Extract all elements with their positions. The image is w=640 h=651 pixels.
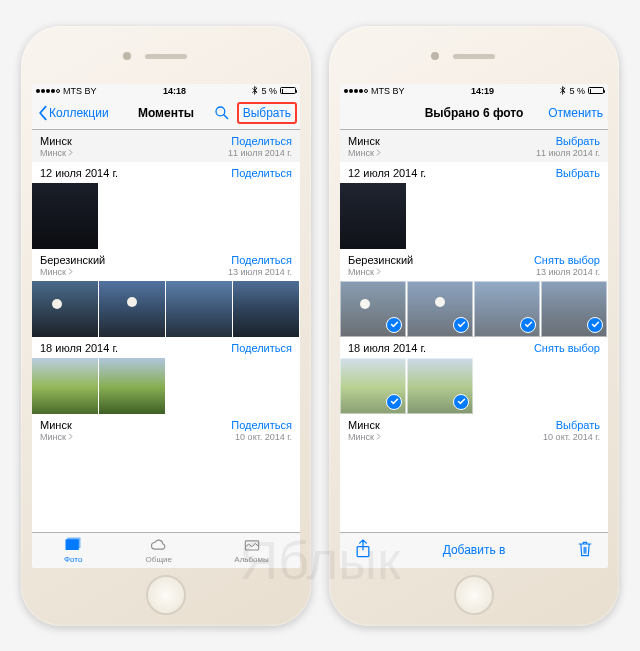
- section-title: Минск: [348, 419, 543, 431]
- home-button[interactable]: [454, 575, 494, 615]
- checkmark-icon: [587, 317, 603, 333]
- chevron-right-icon: [376, 433, 381, 440]
- search-icon: [214, 105, 230, 121]
- photo-thumb-selected[interactable]: [340, 358, 406, 414]
- chevron-right-icon: [376, 149, 381, 156]
- section-date: 10 окт. 2014 г.: [231, 432, 292, 442]
- home-button[interactable]: [146, 575, 186, 615]
- moments-list[interactable]: Минск Минск Поделиться 11 июля 2014 г. 1…: [32, 130, 300, 532]
- photo-thumb-selected[interactable]: [474, 281, 540, 337]
- thumb-row: [340, 358, 608, 414]
- section-date: 11 июля 2014 г.: [228, 148, 292, 158]
- photo-thumb[interactable]: [166, 281, 232, 337]
- select-link[interactable]: Выбрать: [556, 167, 600, 179]
- section-header[interactable]: Минск Минск Поделиться 10 окт. 2014 г.: [32, 414, 300, 444]
- section-subtitle: Минск: [40, 267, 228, 277]
- section-header[interactable]: Минск Минск Выбрать 10 окт. 2014 г.: [340, 414, 608, 444]
- svg-rect-3: [67, 538, 80, 549]
- share-link[interactable]: Поделиться: [228, 254, 292, 266]
- tab-shared[interactable]: Общие: [146, 536, 172, 564]
- nav-bar: Выбрано 6 фото Отменить: [340, 98, 608, 130]
- deselect-link[interactable]: Снять выбор: [534, 342, 600, 354]
- tab-photos[interactable]: Фото: [63, 536, 83, 564]
- photo-thumb[interactable]: [233, 281, 299, 337]
- status-bar: MTS BY 14:18 5 %: [32, 84, 300, 98]
- svg-point-0: [216, 107, 225, 116]
- section-date: 11 июля 2014 г.: [536, 148, 600, 158]
- battery-icon: [280, 87, 296, 94]
- cloud-icon: [149, 536, 169, 554]
- section-title: 18 июля 2014 г.: [348, 342, 534, 354]
- back-button[interactable]: Коллекции: [37, 105, 109, 121]
- clock: 14:18: [97, 86, 253, 96]
- chevron-right-icon: [376, 268, 381, 275]
- checkmark-icon: [453, 317, 469, 333]
- add-to-button[interactable]: Добавить в: [443, 543, 506, 557]
- chevron-right-icon: [68, 149, 73, 156]
- search-button[interactable]: [214, 105, 230, 121]
- section-header[interactable]: Минск Минск Выбрать 11 июля 2014 г.: [340, 130, 608, 162]
- tab-albums[interactable]: Альбомы: [234, 536, 268, 564]
- battery-icon: [588, 87, 604, 94]
- photo-thumb[interactable]: [99, 281, 165, 337]
- share-link[interactable]: Поделиться: [231, 342, 292, 354]
- photo-thumb-selected[interactable]: [340, 281, 406, 337]
- section-subtitle: Минск: [40, 148, 228, 158]
- photo-thumb[interactable]: [32, 183, 98, 249]
- clock: 14:19: [405, 86, 561, 96]
- thumb-row: [340, 183, 608, 249]
- photos-icon: [63, 536, 83, 554]
- share-button[interactable]: [354, 539, 372, 562]
- battery-pct: 5 %: [261, 86, 277, 96]
- section-header[interactable]: Березинский Минск Снять выбор 13 июля 20…: [340, 249, 608, 281]
- section-header[interactable]: 18 июля 2014 г. Поделиться: [32, 337, 300, 358]
- section-title: 12 июля 2014 г.: [348, 167, 556, 179]
- cancel-button[interactable]: Отменить: [548, 106, 603, 120]
- section-header[interactable]: 18 июля 2014 г. Снять выбор: [340, 337, 608, 358]
- screen-right: MTS BY 14:19 5 % Выбрано 6 фото Отменить…: [340, 84, 608, 568]
- bluetooth-icon: [252, 86, 258, 95]
- share-link[interactable]: Поделиться: [228, 135, 292, 147]
- share-link[interactable]: Поделиться: [231, 419, 292, 431]
- deselect-link[interactable]: Снять выбор: [534, 254, 600, 266]
- signal-icon: [36, 89, 60, 93]
- battery-pct: 5 %: [569, 86, 585, 96]
- photo-thumb[interactable]: [340, 183, 406, 249]
- thumb-row: [32, 358, 300, 414]
- carrier-label: MTS BY: [371, 86, 405, 96]
- tab-bar: Фото Общие Альбомы: [32, 532, 300, 568]
- signal-icon: [344, 89, 368, 93]
- photo-thumb[interactable]: [99, 358, 165, 414]
- select-button[interactable]: Выбрать: [237, 102, 297, 124]
- trash-icon: [576, 539, 594, 559]
- carrier-label: MTS BY: [63, 86, 97, 96]
- thumb-row: [340, 281, 608, 337]
- tab-label: Общие: [146, 555, 172, 564]
- section-subtitle: Минск: [348, 148, 536, 158]
- section-header[interactable]: 12 июля 2014 г. Поделиться: [32, 162, 300, 183]
- select-link[interactable]: Выбрать: [543, 419, 600, 431]
- status-bar: MTS BY 14:19 5 %: [340, 84, 608, 98]
- photo-thumb-selected[interactable]: [541, 281, 607, 337]
- checkmark-icon: [386, 317, 402, 333]
- tab-label: Альбомы: [234, 555, 268, 564]
- select-link[interactable]: Выбрать: [536, 135, 600, 147]
- photo-thumb-selected[interactable]: [407, 281, 473, 337]
- iphone-left: MTS BY 14:18 5 % Коллекции Моменты Выбра…: [21, 26, 311, 626]
- section-header[interactable]: 12 июля 2014 г. Выбрать: [340, 162, 608, 183]
- iphone-right: MTS BY 14:19 5 % Выбрано 6 фото Отменить…: [329, 26, 619, 626]
- back-label: Коллекции: [49, 106, 109, 120]
- photo-thumb[interactable]: [32, 358, 98, 414]
- photo-thumb[interactable]: [32, 281, 98, 337]
- moments-list[interactable]: Минск Минск Выбрать 11 июля 2014 г. 12 и…: [340, 130, 608, 532]
- trash-button[interactable]: [576, 539, 594, 562]
- svg-line-1: [224, 115, 228, 119]
- tab-label: Фото: [64, 555, 82, 564]
- section-header[interactable]: Березинский Минск Поделиться 13 июля 201…: [32, 249, 300, 281]
- section-title: Березинский: [348, 254, 534, 266]
- photo-thumb-selected[interactable]: [407, 358, 473, 414]
- share-link[interactable]: Поделиться: [231, 167, 292, 179]
- section-date: 13 июля 2014 г.: [534, 267, 600, 277]
- section-header[interactable]: Минск Минск Поделиться 11 июля 2014 г.: [32, 130, 300, 162]
- action-bar: Добавить в: [340, 532, 608, 568]
